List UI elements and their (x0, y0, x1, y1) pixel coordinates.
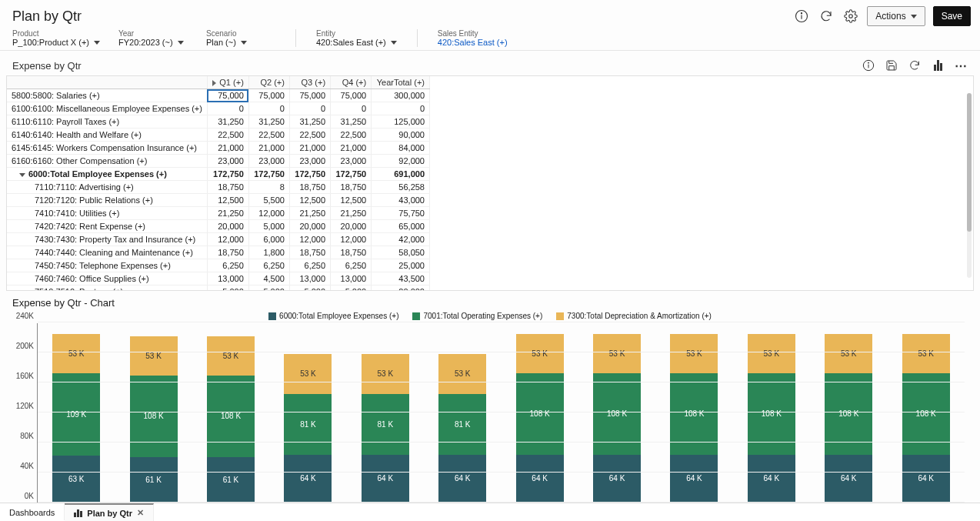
col-header[interactable]: Q3 (+) (289, 76, 330, 89)
table-row[interactable]: 6000:Total Employee Expenses (+)172,7501… (7, 168, 430, 181)
table-row[interactable]: 7510:7510: Postage (+)5,0005,0005,0005,0… (7, 286, 430, 292)
grid-scrollbar-thumb[interactable] (967, 93, 972, 232)
table-row[interactable]: 7440:7440: Cleaning and Maintenance (+)1… (7, 246, 430, 259)
row-label[interactable]: 7450:7450: Telephone Expenses (+) (7, 259, 207, 272)
pov-value[interactable]: 420:Sales East (+) (438, 38, 508, 47)
grid-cell[interactable]: 23,000 (248, 155, 289, 168)
grid-cell[interactable]: 20,000 (207, 220, 248, 233)
grid-cell[interactable]: 13,000 (207, 272, 248, 286)
row-label[interactable]: 6160:6160: Other Compensation (+) (7, 155, 207, 168)
pov-item-sales-entity[interactable]: Sales Entity420:Sales East (+) (438, 29, 508, 47)
grid-cell[interactable]: 4,500 (248, 272, 289, 286)
grid-cell[interactable]: 84,000 (372, 142, 430, 155)
grid-cell[interactable]: 20,000 (289, 220, 330, 233)
bar[interactable]: 63 K109 K53 K (52, 334, 100, 503)
grid-cell[interactable]: 65,000 (372, 220, 430, 233)
grid-cell[interactable]: 21,000 (289, 142, 330, 155)
column-expand-icon[interactable] (212, 80, 216, 86)
row-label[interactable]: 7410:7410: Utilities (+) (7, 207, 207, 220)
bar[interactable]: 61 K108 K53 K (130, 336, 178, 503)
grid-cell[interactable]: 0 (289, 102, 330, 115)
grid-cell[interactable]: 8 (248, 181, 289, 194)
legend-item[interactable]: 6000:Total Employee Expenses (+) (268, 312, 398, 320)
grid-cell[interactable]: 5,500 (248, 194, 289, 207)
grid-cell[interactable]: 22,500 (289, 129, 330, 142)
col-header[interactable]: Q4 (+) (331, 76, 372, 89)
row-label[interactable]: 5800:5800: Salaries (+) (7, 89, 207, 102)
grid-cell[interactable]: 13,000 (331, 272, 372, 286)
grid-cell[interactable]: 92,000 (372, 155, 430, 168)
bar[interactable]: 64 K81 K53 K (438, 354, 486, 503)
grid-cell[interactable]: 21,250 (289, 207, 330, 220)
table-row[interactable]: 7120:7120: Public Relations (+)12,5005,5… (7, 194, 430, 207)
bar[interactable]: 64 K108 K53 K (670, 334, 718, 503)
bar[interactable]: 64 K108 K53 K (902, 334, 950, 503)
grid-cell[interactable]: 42,000 (372, 233, 430, 246)
save-button[interactable]: Save (933, 6, 971, 26)
grid-cell[interactable]: 75,000 (248, 89, 289, 102)
grid-cell[interactable]: 23,000 (289, 155, 330, 168)
row-label[interactable]: 6140:6140: Health and Welfare (+) (7, 129, 207, 142)
grid-cell[interactable]: 6,250 (331, 259, 372, 272)
row-label[interactable]: 7110:7110: Advertising (+) (7, 181, 207, 194)
grid-cell[interactable]: 5,000 (248, 286, 289, 292)
grid-scrollbar[interactable] (967, 93, 972, 278)
row-label[interactable]: 7510:7510: Postage (+) (7, 286, 207, 292)
grid-cell[interactable]: 18,750 (289, 181, 330, 194)
grid-cell[interactable]: 18,750 (331, 246, 372, 259)
grid-cell[interactable]: 90,000 (372, 129, 430, 142)
expense-grid[interactable]: Q1 (+)Q2 (+)Q3 (+)Q4 (+)YearTotal (+) 58… (7, 76, 430, 291)
grid-cell[interactable]: 12,500 (331, 194, 372, 207)
grid-cell[interactable]: 5,000 (207, 286, 248, 292)
grid-cell[interactable]: 21,250 (331, 207, 372, 220)
grid-cell[interactable]: 1,800 (248, 246, 289, 259)
grid-cell[interactable]: 31,250 (289, 115, 330, 129)
bar[interactable]: 64 K108 K53 K (825, 334, 872, 503)
pov-value[interactable]: Plan (~) (206, 38, 275, 47)
table-row[interactable]: 7110:7110: Advertising (+)18,750818,7501… (7, 181, 430, 194)
row-label[interactable]: 7420:7420: Rent Expense (+) (7, 220, 207, 233)
grid-cell[interactable]: 23,000 (207, 155, 248, 168)
grid-cell[interactable]: 172,750 (207, 168, 248, 181)
grid-cell[interactable]: 5,000 (289, 286, 330, 292)
grid-cell[interactable]: 22,500 (331, 129, 372, 142)
bar[interactable]: 61 K108 K53 K (207, 336, 255, 503)
table-row[interactable]: 7460:7460: Office Supplies (+)13,0004,50… (7, 272, 430, 286)
grid-cell[interactable]: 691,000 (372, 168, 430, 181)
grid-cell[interactable]: 12,500 (289, 194, 330, 207)
close-icon[interactable]: ✕ (137, 508, 144, 518)
grid-cell[interactable]: 18,750 (289, 246, 330, 259)
grid-cell[interactable]: 58,050 (372, 246, 430, 259)
table-row[interactable]: 6145:6145: Workers Compensation Insuranc… (7, 142, 430, 155)
pov-item-product[interactable]: ProductP_100:Product X (+) (12, 29, 100, 47)
table-row[interactable]: 7430:7430: Property Tax and Insurance (+… (7, 233, 430, 246)
tab-dashboards[interactable]: Dashboards (0, 505, 65, 520)
table-row[interactable]: 6140:6140: Health and Welfare (+)22,5002… (7, 129, 430, 142)
panel-refresh-icon[interactable] (906, 57, 923, 74)
grid-cell[interactable]: 21,250 (207, 207, 248, 220)
grid-cell[interactable]: 31,250 (248, 115, 289, 129)
grid-cell[interactable]: 20,000 (331, 220, 372, 233)
grid-cell[interactable]: 22,500 (248, 129, 289, 142)
grid-cell[interactable]: 172,750 (248, 168, 289, 181)
bar[interactable]: 64 K81 K53 K (284, 354, 332, 503)
table-row[interactable]: 6100:6100: Miscellaneous Employee Expens… (7, 102, 430, 115)
grid-cell[interactable]: 0 (207, 102, 248, 115)
info-icon[interactable] (793, 8, 810, 25)
grid-cell[interactable]: 6,250 (207, 259, 248, 272)
table-row[interactable]: 6110:6110: Payroll Taxes (+)31,25031,250… (7, 115, 430, 129)
pov-value[interactable]: 420:Sales East (+) (316, 38, 397, 47)
legend-item[interactable]: 7001:Total Operating Expenses (+) (412, 312, 542, 320)
grid-cell[interactable]: 75,000 (207, 89, 248, 102)
col-header[interactable]: Q1 (+) (207, 76, 248, 89)
row-label[interactable]: 6100:6100: Miscellaneous Employee Expens… (7, 102, 207, 115)
table-row[interactable]: 5800:5800: Salaries (+)75,00075,00075,00… (7, 89, 430, 102)
grid-cell[interactable]: 0 (372, 102, 430, 115)
refresh-icon[interactable] (818, 8, 835, 25)
grid-cell[interactable]: 23,000 (331, 155, 372, 168)
panel-more-icon[interactable]: ⋯ (952, 57, 969, 74)
grid-cell[interactable]: 18,750 (207, 181, 248, 194)
grid-cell[interactable]: 21,000 (207, 142, 248, 155)
grid-cell[interactable]: 31,250 (207, 115, 248, 129)
col-header[interactable]: Q2 (+) (248, 76, 289, 89)
